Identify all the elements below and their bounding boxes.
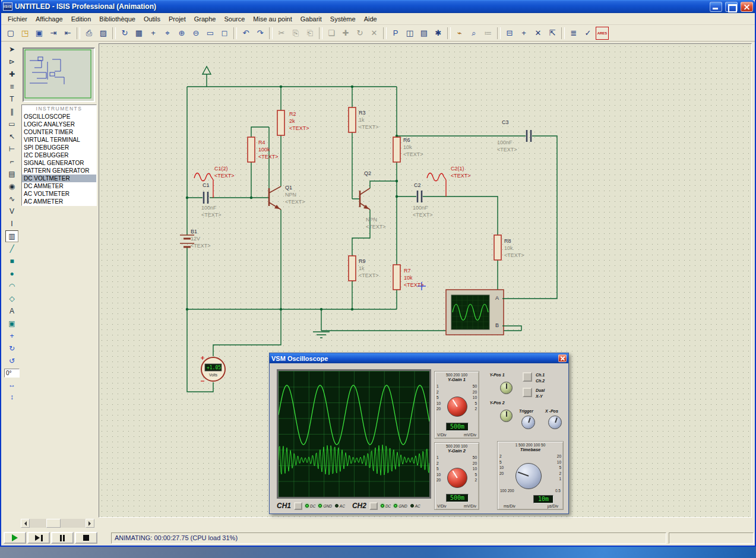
delete-block-button[interactable]: ✕ <box>368 27 381 40</box>
transistors[interactable] <box>269 186 370 210</box>
instrument-item-signal-generator[interactable]: SIGNAL GENERATOR <box>22 159 96 167</box>
zoom-all-button[interactable]: ▭ <box>204 27 217 40</box>
scroll-right-button[interactable] <box>86 519 94 528</box>
instrument-item-ac-ammeter[interactable]: AC AMMETER <box>22 198 96 205</box>
wire-autorouter-button[interactable]: ⌁ <box>453 27 466 40</box>
open-file-button[interactable]: ◳ <box>18 27 31 40</box>
2d-arc-mode-button[interactable]: ◠ <box>5 280 18 292</box>
scope-title-bar[interactable]: VSM Oscilloscope <box>270 353 568 363</box>
wire-label-mode-button[interactable]: ≡ <box>5 81 18 93</box>
title-bar[interactable]: ISIS UNTITLED - ISIS Professional (Anima… <box>1 0 755 13</box>
menu-syst-me[interactable]: Système <box>326 14 360 24</box>
search-and-tag-button[interactable]: ⌕ <box>467 27 480 40</box>
menu-projet[interactable]: Projet <box>165 14 190 24</box>
export-section-button[interactable]: ⇤ <box>61 27 74 40</box>
save-file-button[interactable]: ▣ <box>33 27 46 40</box>
false-origin-button[interactable]: + <box>147 27 160 40</box>
menu-source[interactable]: Source <box>220 14 249 24</box>
tape-recorder-mode-button[interactable]: ◉ <box>5 180 18 192</box>
instrument-item-oscilloscope[interactable]: OSCILLOSCOPE <box>22 113 96 121</box>
dual-xy-button[interactable] <box>523 388 532 397</box>
timebase-knob[interactable] <box>515 463 542 489</box>
cut-button[interactable]: ✂ <box>275 27 288 40</box>
packaging-tool-button[interactable]: ▤ <box>417 27 431 40</box>
stop-button[interactable] <box>75 532 97 544</box>
instrument-item-ac-voltmeter[interactable]: AC VOLTMETER <box>22 190 96 198</box>
center-at-cursor-button[interactable]: ⌖ <box>161 27 174 40</box>
scrollbar-track[interactable] <box>30 519 86 528</box>
current-probe-mode-button[interactable]: I <box>5 218 18 230</box>
copy-block-button[interactable]: ❏ <box>325 27 338 40</box>
make-device-button[interactable]: ◫ <box>403 27 416 40</box>
mark-output-area-button[interactable]: ▨ <box>97 27 110 40</box>
ypos1-knob[interactable] <box>500 382 513 394</box>
copy-button[interactable]: ⎘ <box>289 27 302 40</box>
toggle-grid-button[interactable]: ▦ <box>132 27 145 40</box>
instrument-item-pattern-generator[interactable]: PATTERN GENERATOR <box>22 167 96 175</box>
buses-mode-button[interactable]: ∥ <box>5 106 18 118</box>
junction-dot-mode-button[interactable]: ✚ <box>5 68 18 80</box>
instrument-item-dc-voltmeter[interactable]: DC VOLTMETER <box>22 175 96 182</box>
subcircuit-mode-button[interactable]: ▭ <box>5 118 18 130</box>
netlist-to-ares-button[interactable]: ARES <box>596 27 609 40</box>
menu-biblioth-que[interactable]: Bibliothèque <box>95 14 140 24</box>
scroll-left-button[interactable] <box>21 519 30 528</box>
menu-outils[interactable]: Outils <box>140 14 165 24</box>
2d-text-mode-button[interactable]: A <box>5 305 18 317</box>
print-button[interactable]: ⎙ <box>83 27 96 40</box>
2d-path-mode-button[interactable]: ◇ <box>5 293 18 305</box>
instrument-item-logic-analyser[interactable]: LOGIC ANALYSER <box>22 121 96 128</box>
goto-sheet-button[interactable]: ⇱ <box>546 27 559 40</box>
new-sheet-button[interactable]: + <box>517 27 530 40</box>
instrument-item-i2c-debugger[interactable]: I2C DEBUGGER <box>22 151 96 159</box>
text-script-mode-button[interactable]: T <box>5 93 18 105</box>
decompose-button[interactable]: ✱ <box>432 27 445 40</box>
zoom-area-button[interactable]: ◻ <box>218 27 231 40</box>
ypos2-knob[interactable] <box>500 410 513 422</box>
trigger-knob[interactable] <box>521 416 535 429</box>
graph-mode-button[interactable]: ▤ <box>5 168 18 180</box>
device-pins-mode-button[interactable]: ⌐ <box>5 156 18 167</box>
menu-gabarit[interactable]: Gabarit <box>296 14 326 24</box>
redo-button[interactable]: ↷ <box>254 27 267 40</box>
maximize-button[interactable] <box>725 2 738 12</box>
scrollbar-thumb[interactable] <box>46 519 61 528</box>
zoom-out-button[interactable]: ⊖ <box>189 27 203 40</box>
2d-marker-mode-button[interactable]: + <box>5 330 18 342</box>
zoom-in-button[interactable]: ⊕ <box>175 27 188 40</box>
menu-graphe[interactable]: Graphe <box>190 14 220 24</box>
new-file-button[interactable]: ▢ <box>4 27 17 40</box>
instrument-item-spi-debugger[interactable]: SPI DEBUGGER <box>22 144 96 151</box>
channel-select-button[interactable] <box>523 372 532 382</box>
overview-minimap[interactable] <box>23 47 95 102</box>
menu-affichage[interactable]: Affichage <box>31 14 67 24</box>
bill-of-materials-button[interactable]: ≣ <box>567 27 580 40</box>
component-mode-button[interactable]: ⊳ <box>5 56 18 68</box>
minimize-button[interactable] <box>710 2 722 12</box>
2d-symbol-mode-button[interactable]: ▣ <box>5 318 18 329</box>
virtual-instruments-mode-button[interactable]: ▥ <box>5 230 18 242</box>
rotation-angle-input[interactable]: 0° <box>4 369 20 378</box>
voltage-probe-mode-button[interactable]: V <box>5 205 18 217</box>
remove-sheet-button[interactable]: ✕ <box>532 27 545 40</box>
play-button[interactable] <box>4 532 26 544</box>
step-button[interactable] <box>27 532 50 544</box>
pick-device-button[interactable]: P <box>389 27 402 40</box>
menu-mise-au-point[interactable]: Mise au point <box>249 14 296 24</box>
2d-line-mode-button[interactable]: ╱ <box>5 243 18 255</box>
ch1-coupling-button[interactable] <box>294 502 302 510</box>
import-section-button[interactable]: ⇥ <box>47 27 60 40</box>
menu-fichier[interactable]: Fichier <box>4 14 31 24</box>
undo-button[interactable]: ↶ <box>239 27 252 40</box>
ch1-gain-knob[interactable] <box>447 397 467 417</box>
rotate-anticlockwise-button[interactable]: ↺ <box>5 355 18 367</box>
instrument-item-counter-timer[interactable]: COUNTER TIMER <box>22 128 96 136</box>
instrument-item-dc-ammeter[interactable]: DC AMMETER <box>22 182 96 190</box>
menu-aide[interactable]: Aide <box>360 14 381 24</box>
generator-mode-button[interactable]: ∿ <box>5 193 18 205</box>
move-block-button[interactable]: ✚ <box>339 27 352 40</box>
pause-button[interactable] <box>51 532 74 544</box>
property-assignment-tool-button[interactable]: ≔ <box>482 27 495 40</box>
2d-box-mode-button[interactable]: ■ <box>5 255 18 267</box>
x-mirror-button[interactable]: ↔ <box>5 379 18 391</box>
